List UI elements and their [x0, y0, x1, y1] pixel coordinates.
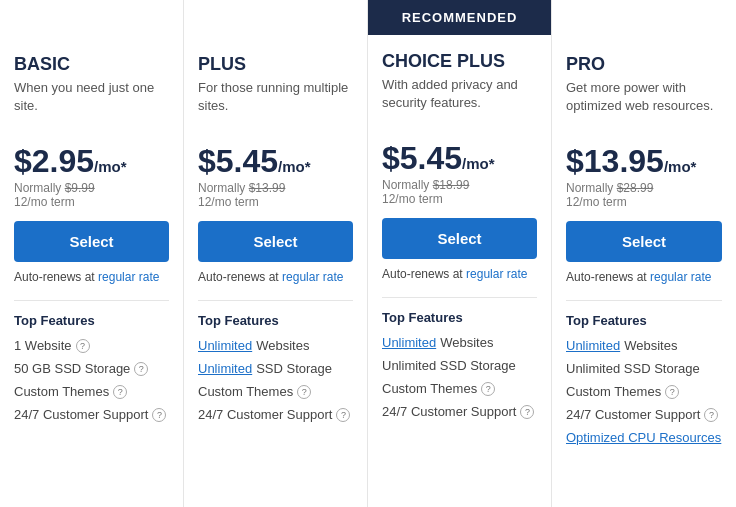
help-icon-choice-plus-2[interactable]: ?: [481, 382, 495, 396]
regular-rate-link-plus[interactable]: regular rate: [282, 270, 343, 284]
auto-renew-pro: Auto-renews at regular rate: [566, 270, 722, 284]
price-block-pro: $13.95/mo*: [566, 145, 722, 177]
regular-rate-link-choice-plus[interactable]: regular rate: [466, 267, 527, 281]
plan-col-plus: PLUS For those running multiple sites. $…: [184, 0, 368, 507]
price-term-pro: 12/mo term: [566, 195, 722, 209]
feature-link-plus-0[interactable]: Unlimited: [198, 338, 252, 353]
help-icon-basic-0[interactable]: ?: [76, 339, 90, 353]
price-main-plus: $5.45/mo*: [198, 143, 311, 179]
plan-name-basic: BASIC: [14, 54, 169, 75]
recommended-spacer: [198, 16, 353, 54]
select-button-pro[interactable]: Select: [566, 221, 722, 262]
feature-item-plus-3: 24/7 Customer Support?: [198, 407, 353, 422]
feature-link-pro-0[interactable]: Unlimited: [566, 338, 620, 353]
help-icon-basic-2[interactable]: ?: [113, 385, 127, 399]
select-button-basic[interactable]: Select: [14, 221, 169, 262]
help-icon-basic-1[interactable]: ?: [134, 362, 148, 376]
plan-desc-choice-plus: With added privacy and security features…: [382, 76, 537, 128]
feature-item-pro-1: Unlimited SSD Storage: [566, 361, 722, 376]
feature-link-choice-plus-0[interactable]: Unlimited: [382, 335, 436, 350]
divider-basic: [14, 300, 169, 301]
feature-item-pro-3: 24/7 Customer Support?: [566, 407, 722, 422]
feature-item-plus-0: Unlimited Websites: [198, 338, 353, 353]
help-icon-pro-3[interactable]: ?: [704, 408, 718, 422]
plan-desc-basic: When you need just one site.: [14, 79, 169, 131]
help-icon-choice-plus-3[interactable]: ?: [520, 405, 534, 419]
price-main-choice-plus: $5.45/mo*: [382, 140, 495, 176]
feature-item-basic-1: 50 GB SSD Storage?: [14, 361, 169, 376]
price-block-plus: $5.45/mo*: [198, 145, 353, 177]
price-suffix-choice-plus: /mo*: [462, 155, 495, 172]
plan-col-basic: BASIC When you need just one site. $2.95…: [0, 0, 184, 507]
plan-name-plus: PLUS: [198, 54, 353, 75]
price-block-choice-plus: $5.45/mo*: [382, 142, 537, 174]
feature-item-plus-2: Custom Themes?: [198, 384, 353, 399]
price-block-basic: $2.95/mo*: [14, 145, 169, 177]
price-normally-pro: Normally $28.99: [566, 181, 722, 195]
recommended-spacer: [566, 16, 722, 54]
recommended-spacer: [14, 16, 169, 54]
price-normally-plus: Normally $13.99: [198, 181, 353, 195]
auto-renew-plus: Auto-renews at regular rate: [198, 270, 353, 284]
help-icon-basic-3[interactable]: ?: [152, 408, 166, 422]
price-term-choice-plus: 12/mo term: [382, 192, 537, 206]
price-normally-basic: Normally $9.99: [14, 181, 169, 195]
feature-item-plus-1: Unlimited SSD Storage: [198, 361, 353, 376]
features-title-choice-plus: Top Features: [382, 310, 537, 325]
select-button-plus[interactable]: Select: [198, 221, 353, 262]
price-suffix-plus: /mo*: [278, 158, 311, 175]
regular-rate-link-basic[interactable]: regular rate: [98, 270, 159, 284]
price-main-pro: $13.95/mo*: [566, 143, 696, 179]
help-icon-plus-3[interactable]: ?: [336, 408, 350, 422]
help-icon-plus-2[interactable]: ?: [297, 385, 311, 399]
price-term-basic: 12/mo term: [14, 195, 169, 209]
feature-item-basic-3: 24/7 Customer Support?: [14, 407, 169, 422]
plan-name-choice-plus: CHOICE PLUS: [382, 51, 537, 72]
price-normally-choice-plus: Normally $18.99: [382, 178, 537, 192]
auto-renew-basic: Auto-renews at regular rate: [14, 270, 169, 284]
price-term-plus: 12/mo term: [198, 195, 353, 209]
plan-name-pro: PRO: [566, 54, 722, 75]
pricing-grid: BASIC When you need just one site. $2.95…: [0, 0, 736, 507]
price-main-basic: $2.95/mo*: [14, 143, 127, 179]
price-suffix-basic: /mo*: [94, 158, 127, 175]
plan-col-choice-plus: RECOMMENDED CHOICE PLUS With added priva…: [368, 0, 552, 507]
plan-desc-plus: For those running multiple sites.: [198, 79, 353, 131]
features-title-plus: Top Features: [198, 313, 353, 328]
divider-plus: [198, 300, 353, 301]
auto-renew-choice-plus: Auto-renews at regular rate: [382, 267, 537, 281]
feature-link-plus-1[interactable]: Unlimited: [198, 361, 252, 376]
plan-col-pro: PRO Get more power with optimized web re…: [552, 0, 736, 507]
feature-item-basic-0: 1 Website?: [14, 338, 169, 353]
feature-item-basic-2: Custom Themes?: [14, 384, 169, 399]
feature-item-choice-plus-3: 24/7 Customer Support?: [382, 404, 537, 419]
plan-desc-pro: Get more power with optimized web resour…: [566, 79, 722, 131]
regular-rate-link-pro[interactable]: regular rate: [650, 270, 711, 284]
divider-choice-plus: [382, 297, 537, 298]
features-title-basic: Top Features: [14, 313, 169, 328]
divider-pro: [566, 300, 722, 301]
feature-item-choice-plus-2: Custom Themes?: [382, 381, 537, 396]
features-title-pro: Top Features: [566, 313, 722, 328]
feature-link-pro-4[interactable]: Optimized CPU Resources: [566, 430, 721, 445]
feature-item-choice-plus-1: Unlimited SSD Storage: [382, 358, 537, 373]
feature-item-pro-0: Unlimited Websites: [566, 338, 722, 353]
feature-item-choice-plus-0: Unlimited Websites: [382, 335, 537, 350]
price-suffix-pro: /mo*: [664, 158, 697, 175]
feature-item-pro-2: Custom Themes?: [566, 384, 722, 399]
recommended-badge: RECOMMENDED: [368, 0, 551, 35]
help-icon-pro-2[interactable]: ?: [665, 385, 679, 399]
select-button-choice-plus[interactable]: Select: [382, 218, 537, 259]
feature-item-pro-4: Optimized CPU Resources: [566, 430, 722, 445]
